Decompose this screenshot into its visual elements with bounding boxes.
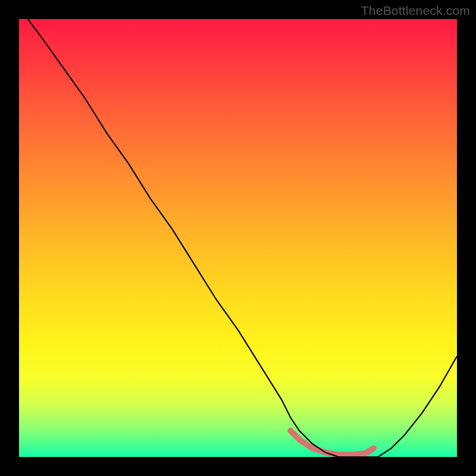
chart-svg <box>19 19 457 457</box>
watermark-label: TheBottleneck.com <box>361 4 470 18</box>
bottleneck-curve-line <box>28 19 457 457</box>
chart-canvas: TheBottleneck.com <box>0 0 476 476</box>
plot-area <box>19 19 457 457</box>
